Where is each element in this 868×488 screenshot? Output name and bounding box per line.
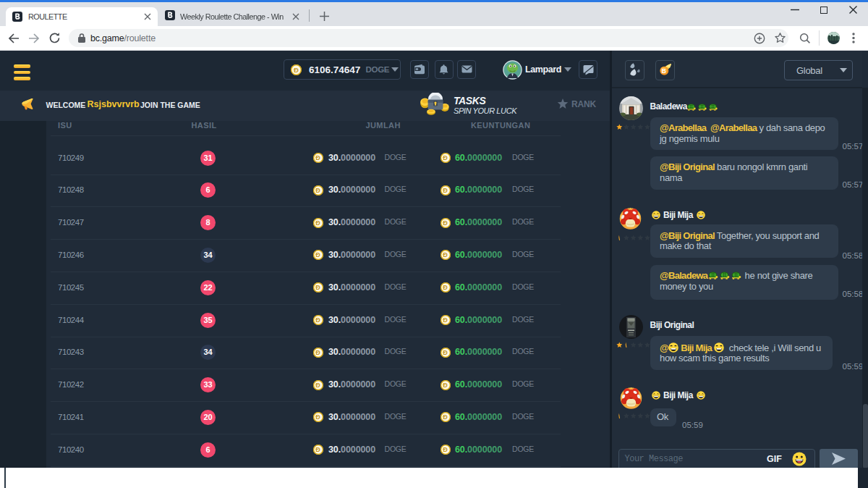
svg-text:B: B [662, 67, 666, 75]
